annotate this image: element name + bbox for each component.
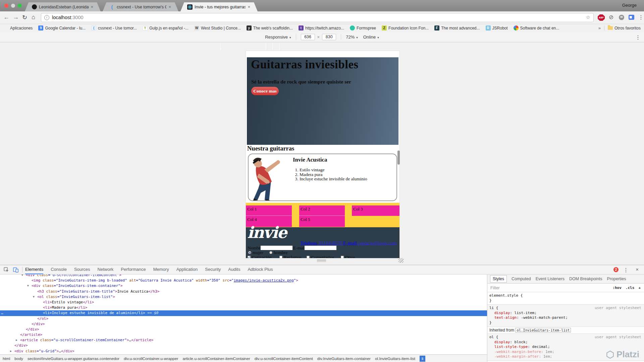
home-icon[interactable]: ⌂ (32, 14, 35, 21)
other-bookmarks[interactable]: Otros favoritos (614, 26, 641, 31)
tab-close-icon[interactable]: × (248, 4, 250, 9)
bookmark-star-icon[interactable]: ☆ (586, 14, 590, 20)
page-info-icon[interactable]: i (44, 15, 49, 20)
gender-radio[interactable] (269, 251, 272, 254)
browser-tab-active[interactable]: Invie - tus mejores guitarras!! × (180, 2, 258, 11)
back-icon[interactable]: ← (3, 14, 9, 21)
address-bar[interactable]: i localhost:3000 ☆ (41, 13, 594, 22)
dom-tree-row[interactable]: …<li>Incluye estuche invisible de alumin… (0, 310, 487, 316)
filter-input[interactable]: Filter (490, 286, 500, 290)
dom-tree-row[interactable]: ▶<article class="u-scrollContainer-itemC… (0, 338, 487, 343)
dom-tree-row[interactable]: </ol> (0, 316, 487, 321)
breadcrumb-item[interactable]: div.u-scrollContainer.u-wrapper (124, 356, 178, 361)
breadcrumb-item[interactable]: div.InvieGuitars-item-container (317, 356, 371, 361)
styles-subtab-computed[interactable]: Computed (512, 277, 531, 281)
profile-name[interactable]: George (622, 3, 637, 8)
devtools-tab-elements[interactable]: Elements (25, 265, 43, 274)
blocker-extension-icon[interactable]: ⊘ (609, 14, 613, 21)
phone-link[interactable]: 3024456678 (317, 241, 343, 246)
device-toolbar-menu-icon[interactable]: ⋮ (635, 34, 641, 41)
bookmark-item[interactable]: RJSRobot (486, 25, 508, 31)
dom-tree-row[interactable]: <img class="InvieGuitars-item-img b-load… (0, 278, 487, 283)
devtools-drag-handle[interactable] (317, 260, 326, 263)
breadcrumb-item[interactable]: section#InvieGuitars.u-wrapper.guitarras… (28, 356, 119, 361)
bookmark-item[interactable]: WWest Studio | Conce... (194, 25, 241, 31)
cls-toggle[interactable]: .cls (626, 286, 635, 290)
inspect-element-icon[interactable] (3, 267, 9, 273)
browser-tab-1[interactable]: LeonidasEsteban (Leonidas Est × (25, 2, 101, 11)
css-property[interactable]: list-style-type: decimal; (489, 345, 642, 350)
dom-tree-row[interactable]: <h3 class="InvieGuitars-item-title">Invi… (0, 289, 487, 294)
error-count-badge[interactable]: 2 (613, 267, 619, 272)
css-property[interactable]: display: block; (489, 340, 642, 345)
adblock-plus-extension-icon[interactable]: ABP (598, 14, 605, 21)
css-property[interactable]: text-align: -webkit-match-parent; (489, 315, 642, 320)
topic-checkbox[interactable] (307, 256, 310, 258)
breadcrumb-item[interactable]: article.u-scrollContainer-itemContainer (182, 356, 250, 361)
tree-expand-icon[interactable]: ▶ (10, 349, 12, 354)
devtools-tab-console[interactable]: Console (51, 265, 67, 274)
devtools-tab-memory[interactable]: Memory (153, 265, 169, 274)
bookmark-item[interactable]: YGulp.js en español -... (143, 25, 189, 31)
tree-expand-icon[interactable]: ▼ (27, 283, 29, 289)
breadcrumb-item[interactable]: html (3, 356, 10, 361)
bookmark-item[interactable]: (cssnext - Use tomor... (91, 25, 137, 31)
devtools-tab-sources[interactable]: Sources (74, 265, 90, 274)
dom-tree-row[interactable]: ▼<ol class="InvieGuitars-item-list"> (0, 294, 487, 300)
dom-tree-row[interactable]: <li>Estilo vintage</li> (0, 300, 487, 305)
device-mode-select[interactable]: Responsive▾ (265, 35, 291, 40)
devtools-tab-adblock-plus[interactable]: Adblock Plus (248, 265, 273, 274)
gender-radio[interactable] (248, 251, 251, 254)
tree-expand-icon[interactable]: ▶ (16, 338, 17, 343)
bookmark-item[interactable]: Formspree (350, 25, 376, 31)
traffic-light-zoom[interactable] (18, 4, 22, 8)
email-link-label[interactable]: E-mail (343, 241, 357, 246)
rule-selector[interactable]: element.style { (489, 293, 642, 298)
traffic-light-close[interactable] (4, 4, 8, 8)
viewport-width-input[interactable]: 636 (301, 34, 315, 40)
breadcrumb-item[interactable]: ol.InvieGuitars-item-list (375, 356, 415, 361)
devtools-tab-security[interactable]: Security (205, 265, 221, 274)
dom-tree-row[interactable]: ▼<div class="u-scrollContainer-itemConte… (0, 275, 487, 278)
zoom-select[interactable]: 72%▾ (346, 35, 358, 40)
breadcrumb-item[interactable]: body (14, 356, 23, 361)
styles-subtab-event-listeners[interactable]: Event Listeners (536, 277, 565, 281)
inherited-node-link[interactable]: ol.InvieGuitars-item-list (515, 328, 571, 333)
bookmark-item[interactable]: yThe web's scaffoldin... (247, 25, 293, 31)
topic-checkbox[interactable] (341, 256, 344, 258)
devtools-tab-application[interactable]: Application (176, 265, 198, 274)
new-rule-button[interactable]: + (638, 286, 641, 290)
phone-link-label[interactable]: Telefono (300, 241, 317, 246)
hov-toggle[interactable]: :hov (612, 286, 622, 290)
bookmarks-overflow-icon[interactable]: » (598, 25, 601, 31)
viewport-scrollbar[interactable] (397, 150, 400, 165)
device-toolbar-toggle-icon[interactable] (13, 267, 19, 273)
url-text[interactable]: localhost:3000 (52, 15, 84, 20)
topic-checkbox[interactable]: ✓ (248, 256, 251, 258)
apps-shortcut[interactable]: Aplicaciones (3, 25, 33, 31)
bookmark-item[interactable]: thttps://twitch.amazo... (299, 25, 344, 31)
browser-tab-2[interactable]: ( cssnext - Use tomorrow's CSS × (103, 2, 178, 11)
network-throttle-select[interactable]: Online▾ (363, 35, 379, 40)
email-link[interactable]: contacto@invie.com (357, 241, 396, 246)
tab-close-icon[interactable]: × (168, 4, 171, 9)
row-actions-icon[interactable]: … (1, 310, 3, 316)
dom-tree-row[interactable]: </div> (0, 327, 487, 332)
name-input[interactable] (261, 246, 292, 250)
dom-tree-row[interactable]: <li>Madera pura</li> (0, 305, 487, 310)
tree-expand-icon[interactable]: ▼ (21, 275, 23, 278)
devtools-tab-performance[interactable]: Performance (121, 265, 146, 274)
bookmark-item[interactable]: ZFoundation Icon Fon... (382, 25, 429, 31)
dom-tree-row[interactable]: </div> (0, 343, 487, 348)
extension-icon-gray[interactable] (619, 15, 624, 20)
forward-icon[interactable]: → (13, 14, 19, 21)
devtools-close-icon[interactable]: × (636, 266, 639, 272)
chrome-menu-icon[interactable]: ⋮ (638, 14, 644, 20)
viewport-height-input[interactable]: 830 (322, 34, 336, 40)
styles-subtab-dom-breakpoints[interactable]: DOM Breakpoints (569, 277, 602, 281)
styles-subtab-properties[interactable]: Properties (607, 277, 626, 281)
topic-checkbox[interactable] (279, 256, 282, 258)
devtools-tab-network[interactable]: Network (98, 265, 114, 274)
devtools-tab-audits[interactable]: Audits (228, 265, 240, 274)
viewport-resize-handle[interactable] (398, 258, 404, 263)
